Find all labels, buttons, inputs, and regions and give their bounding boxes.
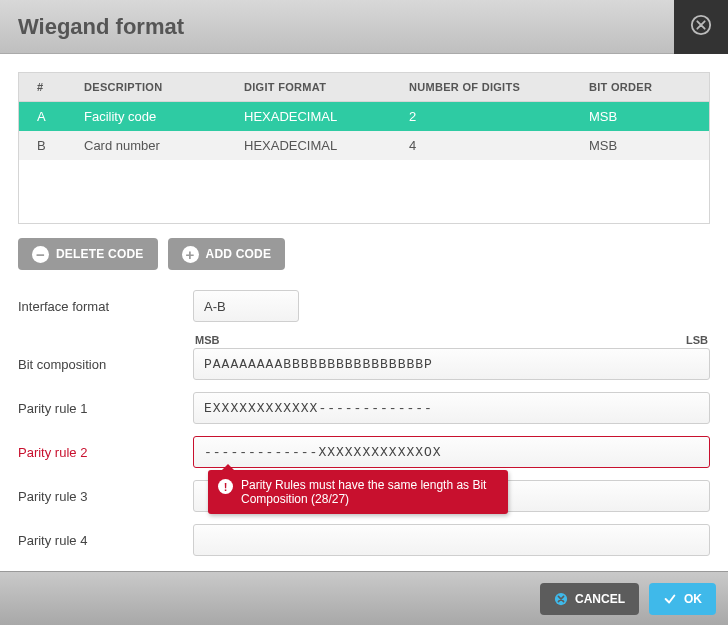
th-number-of-digits: NUMBER OF DIGITS — [399, 73, 579, 102]
cancel-label: CANCEL — [575, 592, 625, 606]
parity-2-error-text: Parity Rules must have the same length a… — [241, 478, 496, 506]
th-digit-format: DIGIT FORMAT — [234, 73, 399, 102]
cell-bit-order: MSB — [579, 102, 709, 132]
ok-label: OK — [684, 592, 702, 606]
check-icon — [663, 592, 677, 606]
wiegand-format-dialog: Wiegand format # DESCRIPTION DIGIT FORMA… — [0, 0, 728, 625]
label-parity-4: Parity rule 4 — [18, 533, 193, 548]
label-bit-composition: Bit composition — [18, 357, 193, 372]
label-interface-format: Interface format — [18, 299, 193, 314]
th-description: DESCRIPTION — [74, 73, 234, 102]
cell-description: Card number — [74, 131, 234, 160]
cell-bit-order: MSB — [579, 131, 709, 160]
close-icon — [690, 14, 712, 39]
row-parity-4: Parity rule 4 — [18, 524, 710, 556]
row-interface-format: Interface format — [18, 290, 710, 322]
dialog-content: # DESCRIPTION DIGIT FORMAT NUMBER OF DIG… — [0, 54, 728, 571]
msb-label: MSB — [195, 334, 219, 346]
dialog-title: Wiegand format — [18, 14, 184, 40]
form: Interface format MSB LSB Bit composition… — [18, 290, 710, 556]
ok-button[interactable]: OK — [649, 583, 716, 615]
th-num: # — [19, 73, 74, 102]
delete-code-label: DELETE CODE — [56, 247, 144, 261]
delete-code-button[interactable]: − DELETE CODE — [18, 238, 158, 270]
parity-rule-1-input[interactable] — [193, 392, 710, 424]
row-parity-2: Parity rule 2 ! Parity Rules must have t… — [18, 436, 710, 468]
interface-format-input[interactable] — [193, 290, 299, 322]
cell-digit-format: HEXADECIMAL — [234, 102, 399, 132]
code-table: # DESCRIPTION DIGIT FORMAT NUMBER OF DIG… — [18, 72, 710, 224]
dialog-titlebar: Wiegand format — [0, 0, 728, 54]
cell-description: Facility code — [74, 102, 234, 132]
cancel-button[interactable]: CANCEL — [540, 583, 639, 615]
table-header-row: # DESCRIPTION DIGIT FORMAT NUMBER OF DIG… — [19, 73, 709, 102]
close-button[interactable] — [674, 0, 728, 54]
table-row[interactable]: A Facility code HEXADECIMAL 2 MSB — [19, 102, 709, 132]
cancel-icon — [554, 592, 568, 606]
parity-rule-4-input[interactable] — [193, 524, 710, 556]
label-parity-3: Parity rule 3 — [18, 489, 193, 504]
cell-num: A — [19, 102, 74, 132]
cell-num: B — [19, 131, 74, 160]
code-button-row: − DELETE CODE + ADD CODE — [18, 238, 710, 270]
th-bit-order: BIT ORDER — [579, 73, 709, 102]
bit-composition-input[interactable] — [193, 348, 710, 380]
cell-number-of-digits: 2 — [399, 102, 579, 132]
bit-endianness-labels: MSB LSB — [193, 334, 710, 348]
row-parity-1: Parity rule 1 — [18, 392, 710, 424]
minus-icon: − — [32, 246, 49, 263]
label-parity-1: Parity rule 1 — [18, 401, 193, 416]
error-icon: ! — [218, 479, 233, 494]
parity-rule-2-input[interactable] — [193, 436, 710, 468]
row-bit-composition: Bit composition — [18, 348, 710, 380]
parity-2-error-tooltip: ! Parity Rules must have the same length… — [208, 470, 508, 514]
dialog-footer: CANCEL OK — [0, 571, 728, 625]
cell-number-of-digits: 4 — [399, 131, 579, 160]
add-code-button[interactable]: + ADD CODE — [168, 238, 286, 270]
plus-icon: + — [182, 246, 199, 263]
add-code-label: ADD CODE — [206, 247, 272, 261]
lsb-label: LSB — [686, 334, 708, 346]
cell-digit-format: HEXADECIMAL — [234, 131, 399, 160]
label-parity-2: Parity rule 2 — [18, 445, 193, 460]
table-row[interactable]: B Card number HEXADECIMAL 4 MSB — [19, 131, 709, 160]
